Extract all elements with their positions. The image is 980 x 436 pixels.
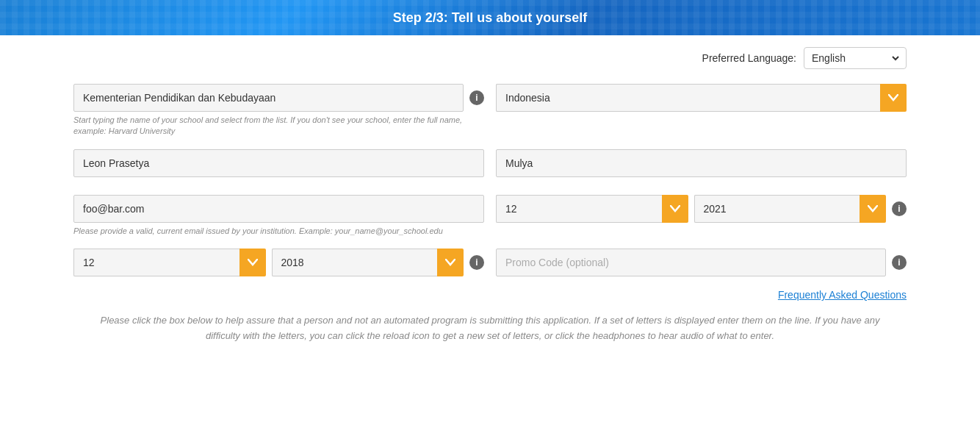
email-col: Please provide a valid, current email is… <box>73 195 484 237</box>
firstname-col <box>73 149 484 177</box>
grad-month-group <box>496 195 688 223</box>
promo-info-icon[interactable]: i <box>892 255 907 270</box>
country-select-group <box>496 84 907 112</box>
grad-month-dropdown-button[interactable] <box>662 195 688 223</box>
grad-year-dropdown-button[interactable] <box>860 195 886 223</box>
chevron-down-icon <box>888 94 898 101</box>
enrollment-col: i <box>73 249 484 276</box>
enroll-month-dropdown-button[interactable] <box>239 249 266 276</box>
chevron-down-icon <box>248 259 258 266</box>
country-col <box>496 84 907 112</box>
grad-year-group <box>694 195 887 223</box>
country-input[interactable] <box>496 84 880 112</box>
language-select[interactable]: English Spanish French Indonesian <box>804 47 907 69</box>
chevron-down-icon <box>670 205 680 212</box>
first-name-input[interactable] <box>73 149 484 177</box>
footer-notice: Please click the box below to help assur… <box>86 313 894 344</box>
school-helper-text: Start typing the name of your school and… <box>73 115 484 137</box>
enroll-month-group <box>73 249 266 276</box>
grad-month-input[interactable] <box>496 195 662 223</box>
enroll-year-input[interactable] <box>272 249 438 276</box>
main-content: Preferred Language: English Spanish Fren… <box>0 35 980 359</box>
promo-code-input[interactable] <box>496 249 886 276</box>
country-dropdown-button[interactable] <box>880 84 907 112</box>
row-school-country: i Start typing the name of your school a… <box>73 84 907 137</box>
enrollment-date-info-icon[interactable]: i <box>469 255 484 270</box>
school-input[interactable] <box>73 84 464 112</box>
enroll-year-dropdown-button[interactable] <box>437 249 464 276</box>
language-label: Preferred Language: <box>702 52 796 64</box>
grad-date-info-icon[interactable]: i <box>892 201 907 216</box>
enroll-year-group <box>272 249 464 276</box>
header-banner: Step 2/3: Tell us about yourself <box>0 0 980 35</box>
enroll-month-input[interactable] <box>73 249 239 276</box>
school-input-group: i <box>73 84 484 112</box>
promo-col: i <box>496 249 907 276</box>
school-info-icon[interactable]: i <box>469 90 484 105</box>
promo-input-group: i <box>496 249 907 276</box>
grad-date-col: i <box>496 195 907 223</box>
language-section: Preferred Language: English Spanish Fren… <box>73 47 907 69</box>
faq-section: Frequently Asked Questions <box>73 288 907 301</box>
faq-link[interactable]: Frequently Asked Questions <box>778 289 907 301</box>
school-col: i Start typing the name of your school a… <box>73 84 484 137</box>
email-input[interactable] <box>73 195 484 223</box>
row-email-grad: Please provide a valid, current email is… <box>73 195 907 237</box>
email-helper-text: Please provide a valid, current email is… <box>73 226 484 237</box>
grad-year-input[interactable] <box>694 195 860 223</box>
chevron-down-icon <box>868 205 878 212</box>
page-title: Step 2/3: Tell us about yourself <box>393 10 588 26</box>
lastname-col <box>496 149 907 177</box>
chevron-down-icon <box>445 259 455 266</box>
last-name-input[interactable] <box>496 149 907 177</box>
row-enrollment-promo: i i <box>73 249 907 276</box>
row-name <box>73 149 907 177</box>
